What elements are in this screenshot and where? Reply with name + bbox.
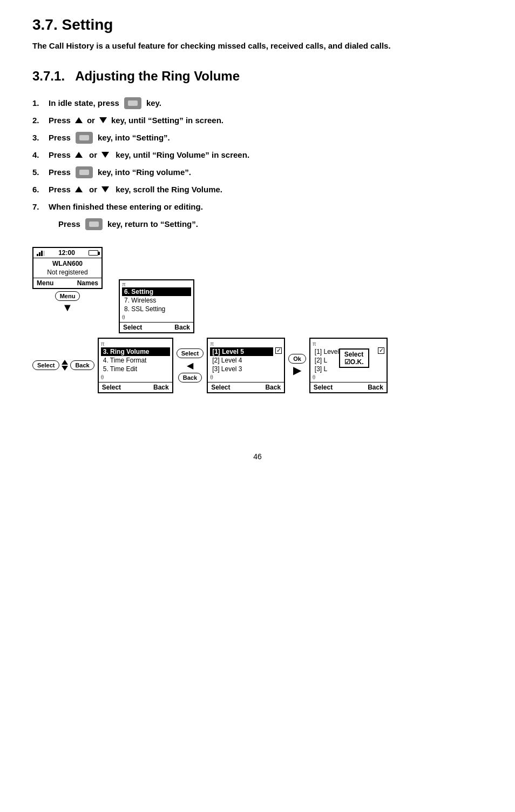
subsection-title: 3.7.1. Adjusting the Ring Volume — [32, 69, 483, 84]
back-label-1: Back — [70, 360, 94, 370]
step-5: 5. Press key, into “Ring volume”. — [32, 166, 483, 179]
level-row-1: [1] Level 5 — [210, 347, 273, 356]
arrow-up-icon-2 — [75, 152, 83, 158]
ring-vol-row-2: 4. Time Format — [101, 356, 170, 365]
arrow-down-icon-2 — [101, 152, 109, 158]
screen-level-selection: π [1] Level 5 [2] Level 4 [3] Level 3 θ … — [207, 338, 285, 393]
select-key-icon-2 — [76, 166, 93, 178]
screen-idle: 12:00 WLAN600 Not registered Menu Names — [32, 247, 103, 289]
screen1-soft-right: Names — [77, 279, 98, 287]
screen2-soft-right: Back — [174, 324, 190, 331]
screen5-soft-right: Back — [368, 384, 383, 391]
menu-button-label: Menu — [55, 291, 80, 301]
back-key-icon — [85, 218, 103, 230]
steps-list: 1. In idle state, press key. 2. Press or… — [32, 97, 483, 231]
select-key-icon — [76, 132, 93, 144]
screen-ring-volume-menu: π 3. Ring Volume 4. Time Format 5. Time … — [98, 338, 173, 393]
popup-line2: ☑O.K. — [344, 358, 364, 366]
checkbox-final — [378, 347, 384, 354]
setting-row-3: 8. SSL Setting — [122, 305, 191, 313]
checkbox-level1 — [275, 347, 282, 354]
section-description: The Call History is a useful feature for… — [32, 40, 483, 52]
screen-setting-menu: π 6. Setting 7. Wireless 8. SSL Setting … — [119, 279, 194, 333]
section-title: 3.7. Setting — [32, 16, 483, 33]
arrow-down-icon — [99, 117, 107, 123]
screen4-soft-left: Select — [211, 384, 230, 391]
screen-with-popup: π [1] Level 5 [2] L [3] L θ Select Back … — [309, 338, 388, 393]
diagrams-area: 12:00 WLAN600 Not registered Menu Names … — [32, 247, 483, 420]
battery-icon — [89, 250, 98, 256]
screen1-soft-left: Menu — [37, 279, 53, 287]
ring-vol-row-3: 5. Time Edit — [101, 365, 170, 373]
select-label-1: Select — [32, 360, 59, 370]
step-6: 6. Press or key, scroll the Ring Volume. — [32, 183, 483, 196]
level-row-2: [2] Level 4 — [210, 356, 282, 365]
screen4-soft-right: Back — [265, 384, 281, 391]
step-1: 1. In idle state, press key. — [32, 97, 483, 110]
step-4: 4. Press or key, until “Ring Volume” in … — [32, 149, 483, 162]
step-7: 7. When finished these entering or editi… — [32, 200, 483, 213]
level-row-3: [3] Level 3 — [210, 365, 282, 373]
arrow-up-icon-3 — [75, 186, 83, 192]
step-3: 3. Press key, into “Setting”. — [32, 131, 483, 144]
screen2-soft-left: Select — [123, 324, 142, 331]
device-name: WLAN600 — [36, 259, 99, 268]
arrow-down-icon-3 — [101, 186, 109, 192]
updown-arrows-1 — [62, 360, 68, 371]
popup-line1: Select — [344, 351, 364, 358]
setting-row-2: 7. Wireless — [122, 296, 191, 305]
select-label-2: Select — [177, 348, 204, 358]
setting-row-1: 6. Setting — [122, 287, 191, 296]
down-arrow-flow: ▼ — [62, 301, 73, 314]
popup-box: Select ☑O.K. — [339, 348, 369, 368]
back-label-2: Back — [178, 373, 202, 382]
screen3-soft-right: Back — [153, 384, 169, 391]
step-2: 2. Press or key, until “Setting” in scre… — [32, 114, 483, 127]
screen-time: 12:00 — [58, 249, 75, 257]
screen5-soft-left: Select — [314, 384, 333, 391]
signal-strength-icon — [37, 250, 45, 256]
screen3-soft-left: Select — [102, 384, 121, 391]
arrow-up-icon — [75, 117, 83, 123]
ok-label: Ok — [288, 354, 306, 364]
step-7-sub: Press key, return to “Setting”. — [32, 218, 483, 231]
menu-key-icon — [124, 97, 141, 109]
ring-vol-row-1: 3. Ring Volume — [101, 347, 170, 356]
page-number: 46 — [32, 452, 483, 461]
device-status: Not registered — [36, 268, 99, 277]
